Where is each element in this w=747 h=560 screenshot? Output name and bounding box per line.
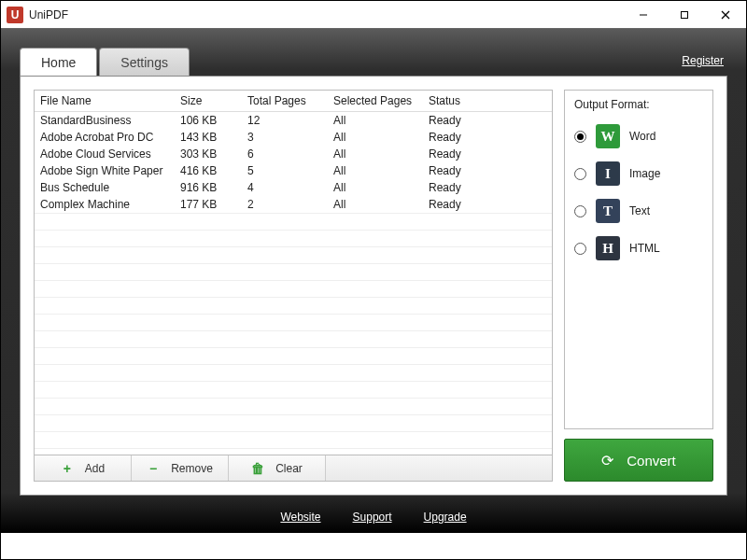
word-icon: W [596,124,620,148]
clear-button[interactable]: 🗑 Clear [229,455,326,481]
app-icon: U [7,7,23,23]
cell-selected: All [328,146,423,162]
convert-label: Convert [627,453,676,469]
convert-button[interactable]: ⟳ Convert [564,439,713,482]
window-controls [623,1,746,29]
cell-status: Ready [423,112,552,130]
cell-size: 303 KB [175,146,242,162]
main-area: Home Settings Register File Name Size To… [1,29,746,533]
content-panel: File Name Size Total Pages Selected Page… [20,76,727,496]
cell-selected: All [328,162,423,179]
sidebar: Output Format: W Word I Image T Text [564,90,713,482]
cell-file: Adobe Sign White Paper [35,162,175,179]
cell-size: 143 KB [175,129,242,146]
col-size[interactable]: Size [175,91,242,112]
output-format-title: Output Format: [574,98,703,111]
website-link[interactable]: Website [280,511,320,524]
col-status[interactable]: Status [423,91,552,112]
close-button[interactable] [705,1,746,29]
table-row[interactable]: Adobe Sign White Paper416 KB5AllReady [35,162,552,179]
cell-size: 416 KB [175,162,242,179]
maximize-button[interactable] [664,1,705,29]
file-list: File Name Size Total Pages Selected Page… [34,90,553,482]
svg-rect-1 [682,11,688,18]
format-option-word[interactable]: W Word [574,124,703,148]
table-row[interactable]: StandardBusiness106 KB12AllReady [35,112,552,130]
clear-label: Clear [275,462,303,475]
support-link[interactable]: Support [353,511,392,524]
register-link[interactable]: Register [682,54,724,67]
refresh-icon: ⟳ [601,452,613,469]
word-label: Word [629,130,655,143]
list-toolbar: + Add − Remove 🗑 Clear [35,455,552,481]
table-row[interactable]: Adobe Acrobat Pro DC143 KB3AllReady [35,129,552,146]
image-label: Image [629,167,660,180]
col-pages[interactable]: Total Pages [242,91,328,112]
upgrade-link[interactable]: Upgrade [424,511,467,524]
cell-file: Adobe Acrobat Pro DC [35,129,175,146]
format-option-image[interactable]: I Image [574,161,703,186]
table-row[interactable]: Adobe Cloud Services303 KB6AllReady [35,146,552,162]
cell-status: Ready [423,196,552,213]
radio-html[interactable] [574,243,586,255]
trash-icon: 🗑 [251,461,264,476]
cell-file: StandardBusiness [35,112,175,130]
cell-status: Ready [423,129,552,146]
output-format-box: Output Format: W Word I Image T Text [564,90,713,429]
remove-button[interactable]: − Remove [132,455,229,481]
cell-file: Bus Schedule [35,179,175,196]
tab-home[interactable]: Home [20,48,97,76]
radio-word[interactable] [574,131,586,143]
empty-grid [35,213,552,455]
cell-file: Complex Machine [35,196,175,213]
cell-size: 106 KB [175,112,242,130]
cell-pages: 2 [242,196,328,213]
cell-selected: All [328,129,423,146]
minus-icon: − [147,461,160,476]
image-icon: I [596,161,620,186]
cell-status: Ready [423,146,552,162]
html-icon: H [596,236,620,260]
cell-size: 916 KB [175,179,242,196]
cell-file: Adobe Cloud Services [35,146,175,162]
cell-status: Ready [423,162,552,179]
table-row[interactable]: Bus Schedule916 KB4AllReady [35,179,552,196]
cell-selected: All [328,179,423,196]
format-option-html[interactable]: H HTML [574,236,703,260]
minimize-button[interactable] [623,1,664,29]
add-button[interactable]: + Add [35,455,132,481]
html-label: HTML [629,242,660,255]
cell-selected: All [328,196,423,213]
cell-pages: 6 [242,146,328,162]
cell-pages: 4 [242,179,328,196]
remove-label: Remove [171,462,213,475]
radio-text[interactable] [574,205,586,217]
cell-selected: All [328,112,423,130]
cell-status: Ready [423,179,552,196]
text-label: Text [629,204,650,217]
cell-pages: 3 [242,129,328,146]
add-label: Add [85,462,105,475]
text-icon: T [596,199,620,223]
window-title: UniPDF [29,8,68,21]
tabs-row: Home Settings Register [20,46,727,76]
col-selected[interactable]: Selected Pages [328,91,423,112]
col-file[interactable]: File Name [35,91,175,112]
cell-pages: 5 [242,162,328,179]
tab-settings[interactable]: Settings [99,48,190,76]
format-option-text[interactable]: T Text [574,199,703,223]
cell-size: 177 KB [175,196,242,213]
plus-icon: + [61,461,74,476]
cell-pages: 12 [242,112,328,130]
radio-image[interactable] [574,168,586,180]
footer-links: Website Support Upgrade [1,511,746,524]
table-row[interactable]: Complex Machine177 KB2AllReady [35,196,552,213]
title-bar: U UniPDF [1,1,746,29]
file-table[interactable]: File Name Size Total Pages Selected Page… [35,91,552,213]
